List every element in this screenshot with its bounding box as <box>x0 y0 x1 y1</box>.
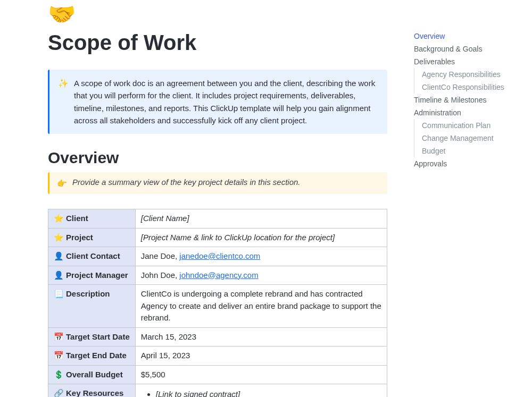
dollar-icon: 💲 <box>54 370 64 379</box>
person-icon: 👤 <box>54 251 64 260</box>
table-row: 🔗Key Resources [Link to signed contract]… <box>48 384 387 398</box>
table-row: 👤Client Contact Jane Doe, janedoe@client… <box>48 247 387 266</box>
overview-table: ⭐Client [Client Name] ⭐Project [Project … <box>48 209 387 397</box>
star-icon: ⭐ <box>54 214 64 223</box>
toc-item-budget[interactable]: Budget <box>414 145 521 157</box>
row-value: April 15, 2023 <box>141 351 190 360</box>
row-value: $5,500 <box>141 370 165 379</box>
page-icon: 📃 <box>54 289 64 298</box>
toc-item-clientco-responsibilities[interactable]: ClientCo Responsibilities <box>414 81 521 94</box>
toc-item-change-management[interactable]: Change Management <box>414 132 521 145</box>
link-icon: 🔗 <box>54 388 64 397</box>
person-icon: 👤 <box>54 271 64 280</box>
row-label: Project Manager <box>66 271 128 280</box>
toc-item-background-goals[interactable]: Background & Goals <box>409 43 521 55</box>
row-value: [Client Name] <box>141 214 189 223</box>
table-of-contents: Overview Background & Goals Deliverables… <box>409 0 532 397</box>
sparkles-icon: ✨ <box>58 77 69 89</box>
key-resources-list: [Link to signed contract] [Link to Click… <box>141 388 381 397</box>
toc-item-administration[interactable]: Administration <box>409 106 521 119</box>
star-icon: ⭐ <box>54 233 64 242</box>
intro-callout-text: A scope of work doc is an agreement betw… <box>74 77 379 126</box>
email-link[interactable]: janedoe@clientco.com <box>179 251 260 260</box>
row-value-plain: John Doe, <box>141 271 180 280</box>
row-label: Overall Budget <box>66 370 123 379</box>
table-row: 📃Description ClientCo is undergoing a co… <box>48 285 387 328</box>
row-label: Project <box>66 233 93 242</box>
pointing-right-icon: 👉 <box>57 178 67 189</box>
section-overview-heading: Overview <box>48 149 387 167</box>
toc-item-agency-responsibilities[interactable]: Agency Responsibilities <box>414 68 521 81</box>
row-label: Client <box>66 214 88 223</box>
calendar-icon: 📅 <box>54 351 64 360</box>
table-row: 💲Overall Budget $5,500 <box>48 365 387 384</box>
page-title: Scope of Work <box>48 31 387 55</box>
row-value: ClientCo is undergoing a complete rebran… <box>141 289 381 322</box>
row-value: March 15, 2023 <box>141 332 196 341</box>
toc-item-approvals[interactable]: Approvals <box>409 157 521 170</box>
row-label: Client Contact <box>66 251 120 260</box>
table-row: 👤Project Manager John Doe, johndoe@agenc… <box>48 266 387 285</box>
row-label: Description <box>66 289 110 298</box>
row-value-plain: Jane Doe, <box>141 251 180 260</box>
header-emoji: 🤝 <box>48 3 387 26</box>
email-link[interactable]: johndoe@agency.com <box>179 271 258 280</box>
row-label: Key Resources <box>66 388 123 397</box>
toc-item-deliverables[interactable]: Deliverables <box>409 55 521 68</box>
toc-item-communication-plan[interactable]: Communication Plan <box>414 119 521 132</box>
table-row: ⭐Project [Project Name & link to ClickUp… <box>48 228 387 247</box>
toc-item-overview[interactable]: Overview <box>409 30 521 43</box>
table-row: ⭐Client [Client Name] <box>48 209 387 229</box>
intro-callout: ✨ A scope of work doc is an agreement be… <box>48 70 387 134</box>
table-row: 📅Target End Date April 15, 2023 <box>48 347 387 366</box>
overview-hint: 👉 Provide a summary view of the key proj… <box>48 172 387 194</box>
table-row: 📅Target Start Date March 15, 2023 <box>48 327 387 347</box>
row-label: Target End Date <box>66 351 127 360</box>
row-value: [Project Name & link to ClickUp location… <box>141 233 335 242</box>
calendar-icon: 📅 <box>54 332 64 341</box>
row-label: Target Start Date <box>66 332 130 341</box>
document-main: 🤝 Scope of Work ✨ A scope of work doc is… <box>0 0 409 397</box>
toc-item-timeline-milestones[interactable]: Timeline & Milestones <box>409 94 521 106</box>
list-item: [Link to signed contract] <box>156 388 381 397</box>
overview-hint-text: Provide a summary view of the key projec… <box>72 178 301 187</box>
